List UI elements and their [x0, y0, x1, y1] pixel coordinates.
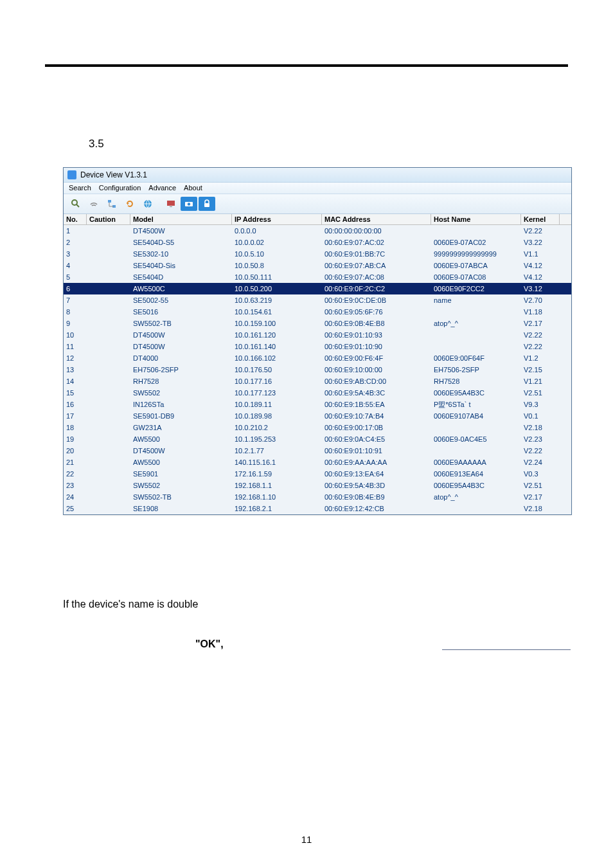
table-row[interactable]: 3SE5302-1010.0.5.1000:60:E9:01:BB:7C9999… — [64, 248, 571, 260]
table-row[interactable]: 1DT4500W0.0.0.000:00:00:00:00:00V2.22 — [64, 225, 571, 237]
cell-mod: SW5502-TB — [130, 491, 232, 503]
cell-ker: V2.24 — [521, 457, 560, 468]
cell-no: 12 — [64, 352, 87, 364]
cell-mod: AW5500 — [130, 457, 232, 468]
cell-host: atop^_^ — [431, 318, 521, 329]
cell-mac: 00:60:E9:00:17:0B — [322, 422, 431, 433]
cell-ip: 10.0.161.140 — [232, 341, 322, 352]
cell-ker: V0.1 — [521, 410, 560, 422]
cell-cau — [87, 445, 130, 457]
col-kernel[interactable]: Kernel — [521, 214, 560, 224]
cell-mod: AW5500C — [130, 283, 232, 294]
cell-ker: V1.18 — [521, 306, 560, 318]
table-row[interactable]: 4SE5404D-Sis10.0.50.800:60:E9:07:AB:CA00… — [64, 260, 571, 271]
search-icon[interactable] — [67, 197, 84, 211]
table-row[interactable]: 18GW231A10.0.210.200:60:E9:00:17:0BV2.18 — [64, 422, 571, 433]
table-row[interactable]: 23SW5502192.168.1.100:60:E9:5A:4B:3D0060… — [64, 480, 571, 491]
table-row[interactable]: 6AW5500C10.0.50.20000:60:E9:0F:2C:C20060… — [64, 283, 571, 294]
menu-search[interactable]: Search — [69, 184, 91, 192]
table-row[interactable]: 25SE1908192.168.2.100:60:E9:12:42:CBV2.1… — [64, 503, 571, 514]
monitor-icon[interactable] — [163, 197, 179, 211]
camera-icon[interactable] — [181, 197, 197, 211]
menubar: Search Configuration Advance About — [64, 183, 571, 194]
cell-no: 20 — [64, 445, 87, 457]
cell-mod: DT4500W — [130, 445, 232, 457]
cell-mod: SE5901-DB9 — [130, 410, 232, 422]
menu-advance[interactable]: Advance — [148, 184, 176, 192]
cell-mod: DT4000 — [130, 352, 232, 364]
cell-mod: SW5502-TB — [130, 318, 232, 329]
table-row[interactable]: 15SW550210.0.177.12300:60:E9:5A:4B:3C006… — [64, 387, 571, 399]
cell-ker: V2.17 — [521, 318, 560, 329]
table-row[interactable]: 24SW5502-TB192.168.1.1000:60:E9:0B:4E:B9… — [64, 491, 571, 503]
col-caution[interactable]: Caution — [87, 214, 130, 224]
menu-about[interactable]: About — [184, 184, 202, 192]
svg-rect-2 — [108, 200, 111, 203]
table-row[interactable]: 8SE501610.0.154.6100:60:E9:05:6F:76V1.18 — [64, 306, 571, 318]
cell-no: 7 — [64, 294, 87, 306]
table-row[interactable]: 13EH7506-2SFP10.0.176.5000:60:E9:10:00:0… — [64, 364, 571, 375]
cell-host: 0060E9-07ABCA — [431, 260, 521, 271]
cell-ip: 10.0.161.120 — [232, 329, 322, 341]
table-row[interactable]: 7SE5002-5510.0.63.21900:60:E9:0C:DE:0Bna… — [64, 294, 571, 306]
cell-ip: 0.0.0.0 — [232, 225, 322, 237]
cell-host: EH7506-2SFP — [431, 364, 521, 375]
broadcast-icon[interactable] — [85, 197, 102, 211]
cell-cau — [87, 387, 130, 399]
cell-cau — [87, 433, 130, 445]
table-row[interactable]: 21AW5500140.115.16.100:60:E9:AA:AA:AA006… — [64, 457, 571, 468]
cell-cau — [87, 422, 130, 433]
cell-ip: 10.2.1.77 — [232, 445, 322, 457]
cell-ip: 10.0.166.102 — [232, 352, 322, 364]
cell-ip: 140.115.16.1 — [232, 457, 322, 468]
table-row[interactable]: 22SE5901172.16.1.5900:60:E9:13:EA:640060… — [64, 468, 571, 480]
table-row[interactable]: 9SW5502-TB10.0.159.10000:60:E9:0B:4E:B8a… — [64, 318, 571, 329]
cell-cau — [87, 329, 130, 341]
table-row[interactable]: 5SE5404D10.0.50.11100:60:E9:07:AC:080060… — [64, 271, 571, 283]
table-row[interactable]: 12DT400010.0.166.10200:60:E9:00:F6:4F006… — [64, 352, 571, 364]
cell-mac: 00:60:E9:01:10:90 — [322, 341, 431, 352]
refresh-icon[interactable] — [121, 197, 138, 211]
col-host[interactable]: Host Name — [431, 214, 521, 224]
cell-mod: SE5404D-S5 — [130, 237, 232, 248]
network-icon[interactable] — [103, 197, 120, 211]
cell-no: 13 — [64, 364, 87, 375]
menu-configuration[interactable]: Configuration — [99, 184, 141, 192]
table-row[interactable]: 14RH752810.0.177.1600:60:E9:AB:CD:00RH75… — [64, 375, 571, 387]
cell-ker: V9.3 — [521, 399, 560, 410]
col-ip[interactable]: IP Address — [232, 214, 322, 224]
cell-ip: 10.1.195.253 — [232, 433, 322, 445]
globe-icon[interactable] — [139, 197, 156, 211]
cell-ip: 192.168.1.10 — [232, 491, 322, 503]
cell-mod: DT4500W — [130, 329, 232, 341]
table-row[interactable]: 11DT4500W10.0.161.14000:60:E9:01:10:90V2… — [64, 341, 571, 352]
cell-host — [431, 341, 521, 352]
table-row[interactable]: 19AW550010.1.195.25300:60:E9:0A:C4:E5006… — [64, 433, 571, 445]
table-body: 1DT4500W0.0.0.000:00:00:00:00:00V2.222SE… — [64, 225, 571, 514]
col-no[interactable]: No. — [64, 214, 87, 224]
table-row[interactable]: 20DT4500W10.2.1.7700:60:E9:01:10:91V2.22 — [64, 445, 571, 457]
cell-ker: V2.23 — [521, 433, 560, 445]
cell-no: 15 — [64, 387, 87, 399]
col-model[interactable]: Model — [130, 214, 232, 224]
window-title: Device View V1.3.1 — [80, 170, 147, 179]
cell-mod: SE5404D-Sis — [130, 260, 232, 271]
cell-cau — [87, 503, 130, 514]
cell-no: 23 — [64, 480, 87, 491]
lock-icon[interactable] — [199, 197, 215, 211]
table-row[interactable]: 17SE5901-DB910.0.189.9800:60:E9:10:7A:B4… — [64, 410, 571, 422]
table-row[interactable]: 2SE5404D-S510.0.0.0200:60:E9:07:AC:02006… — [64, 237, 571, 248]
cell-host: 0060E9AAAAAA — [431, 457, 521, 468]
cell-no: 25 — [64, 503, 87, 514]
cell-mod: EH7506-2SFP — [130, 364, 232, 375]
cell-ker: V2.70 — [521, 294, 560, 306]
cell-mod: SE5302-10 — [130, 248, 232, 260]
cell-mac: 00:60:E9:10:7A:B4 — [322, 410, 431, 422]
cell-cau — [87, 294, 130, 306]
cell-no: 22 — [64, 468, 87, 480]
table-row[interactable]: 10DT4500W10.0.161.12000:60:E9:01:10:93V2… — [64, 329, 571, 341]
col-mac[interactable]: MAC Address — [322, 214, 431, 224]
table-row[interactable]: 16IN126STa10.0.189.1100:60:E9:1B:55:EAP盟… — [64, 399, 571, 410]
cell-ker: V1.1 — [521, 248, 560, 260]
cell-mac: 00:60:E9:0C:DE:0B — [322, 294, 431, 306]
